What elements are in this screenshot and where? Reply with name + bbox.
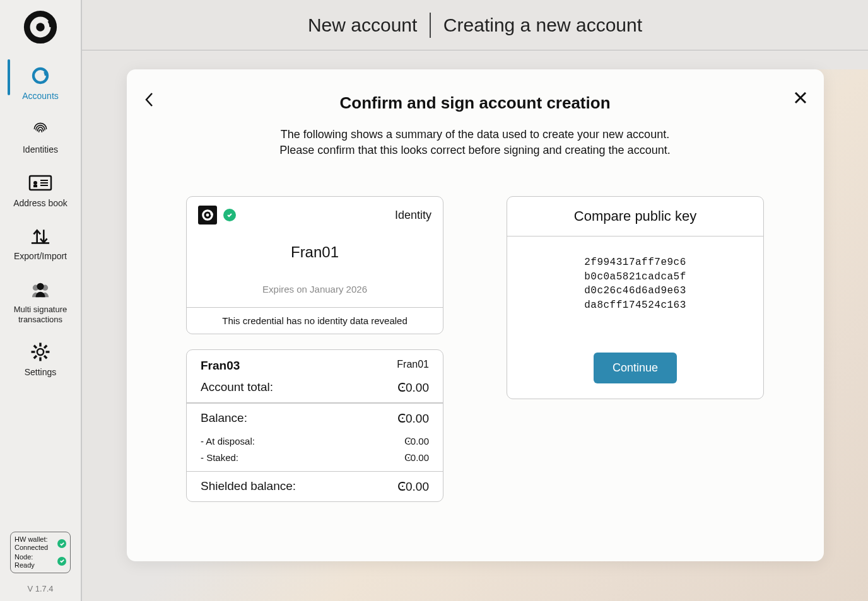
identity-expires: Expires on January 2026 bbox=[187, 284, 443, 295]
pk-line: d0c26c46d6ad9e63 bbox=[584, 284, 686, 298]
public-key-title: Compare public key bbox=[507, 197, 763, 236]
disposal-label: - At disposal: bbox=[201, 436, 255, 447]
account-name: Fran03 bbox=[201, 359, 240, 373]
multisig-icon bbox=[28, 277, 53, 302]
identity-label: Identity bbox=[395, 209, 431, 222]
check-icon bbox=[57, 557, 66, 566]
sidebar-item-label: Settings bbox=[25, 367, 57, 378]
pk-line: 2f994317aff7e9c6 bbox=[584, 255, 686, 269]
account-card: Fran03 Fran01 Account total: Ͼ0.00 Balan… bbox=[186, 349, 443, 502]
export-import-icon bbox=[28, 223, 53, 248]
sidebar-item-label: Address book bbox=[13, 198, 67, 209]
sidebar-item-label: Export/Import bbox=[14, 251, 67, 262]
continue-button[interactable]: Continue bbox=[594, 353, 677, 383]
main: New account Creating a new account Confi… bbox=[82, 0, 868, 601]
sidebar-item-label: Identities bbox=[23, 144, 58, 155]
close-button[interactable] bbox=[794, 91, 807, 107]
balance-value: Ͼ0.00 bbox=[397, 411, 429, 426]
account-total-label: Account total: bbox=[201, 380, 273, 395]
public-key-card: Compare public key 2f994317aff7e9c6 b0c0… bbox=[507, 196, 764, 399]
svg-point-14 bbox=[37, 283, 44, 290]
breadcrumb-left: New account bbox=[308, 15, 417, 36]
svg-rect-21 bbox=[33, 355, 38, 359]
modal: Confirm and sign account creation The fo… bbox=[127, 69, 824, 561]
hw-wallet-label: HW wallet: bbox=[15, 535, 48, 544]
accounts-icon bbox=[28, 63, 53, 88]
svg-point-15 bbox=[37, 349, 44, 355]
shielded-value: Ͼ0.00 bbox=[397, 479, 429, 494]
public-key-text: 2f994317aff7e9c6 b0c0a5821cadca5f d0c26c… bbox=[584, 255, 686, 312]
svg-rect-16 bbox=[39, 343, 41, 347]
identity-name: Fran01 bbox=[187, 243, 443, 261]
shielded-label: Shielded balance: bbox=[201, 479, 296, 494]
pk-line: b0c0a5821cadca5f bbox=[584, 270, 686, 284]
gear-icon bbox=[28, 339, 53, 365]
back-button[interactable] bbox=[143, 91, 155, 111]
sidebar: Accounts Identities Address book bbox=[0, 0, 82, 601]
svg-rect-20 bbox=[44, 345, 48, 349]
svg-rect-17 bbox=[39, 358, 41, 361]
sidebar-item-identities[interactable]: Identities bbox=[0, 110, 81, 164]
pk-line: da8cff174524c163 bbox=[584, 298, 686, 312]
topbar: New account Creating a new account bbox=[82, 0, 868, 50]
svg-rect-22 bbox=[33, 345, 38, 349]
modal-title: Confirm and sign account creation bbox=[152, 93, 799, 113]
sidebar-item-settings[interactable]: Settings bbox=[0, 333, 81, 387]
staked-value: Ͼ0.00 bbox=[404, 452, 429, 464]
identity-card: Identity Fran01 Expires on January 2026 … bbox=[186, 196, 443, 334]
account-identity-ref: Fran01 bbox=[397, 359, 429, 373]
svg-point-1 bbox=[36, 23, 45, 32]
modal-desc-line: The following shows a summary of the dat… bbox=[152, 127, 799, 143]
status-box: HW wallet: Connected Node: Ready bbox=[10, 532, 71, 573]
content-area: Confirm and sign account creation The fo… bbox=[82, 50, 868, 601]
address-book-icon bbox=[28, 170, 53, 195]
sidebar-item-accounts[interactable]: Accounts bbox=[0, 57, 81, 110]
left-column: Identity Fran01 Expires on January 2026 … bbox=[186, 196, 443, 502]
breadcrumb-separator bbox=[430, 13, 431, 38]
sidebar-item-export-import[interactable]: Export/Import bbox=[0, 217, 81, 271]
svg-rect-5 bbox=[33, 185, 37, 187]
breadcrumb-right: Creating a new account bbox=[443, 15, 642, 36]
sidebar-item-label: Multi signature transactions bbox=[14, 305, 67, 324]
identity-footer: This credential has no identity data rev… bbox=[187, 307, 443, 334]
version-label: V 1.7.4 bbox=[0, 584, 81, 593]
fingerprint-icon bbox=[28, 117, 53, 142]
node-label: Node: bbox=[15, 553, 35, 561]
svg-rect-23 bbox=[44, 355, 48, 359]
staked-label: - Staked: bbox=[201, 452, 238, 464]
svg-rect-18 bbox=[32, 351, 35, 353]
svg-point-4 bbox=[33, 181, 37, 185]
sidebar-item-multisig[interactable]: Multi signature transactions bbox=[0, 271, 81, 333]
verified-icon bbox=[223, 209, 236, 221]
svg-point-27 bbox=[206, 214, 209, 217]
sidebar-item-address-book[interactable]: Address book bbox=[0, 164, 81, 218]
sidebar-item-label: Accounts bbox=[22, 91, 59, 102]
hw-wallet-value: Connected bbox=[15, 544, 48, 552]
account-total-value: Ͼ0.00 bbox=[397, 380, 429, 395]
modal-desc-line: Please confirm that this looks correct b… bbox=[152, 143, 799, 158]
balance-label: Balance: bbox=[201, 411, 247, 426]
node-value: Ready bbox=[15, 561, 35, 569]
app-logo bbox=[22, 9, 59, 45]
check-icon bbox=[57, 539, 66, 548]
svg-rect-19 bbox=[46, 351, 50, 353]
identity-logo-icon bbox=[198, 206, 217, 225]
disposal-value: Ͼ0.00 bbox=[404, 436, 429, 447]
modal-description: The following shows a summary of the dat… bbox=[152, 127, 799, 158]
